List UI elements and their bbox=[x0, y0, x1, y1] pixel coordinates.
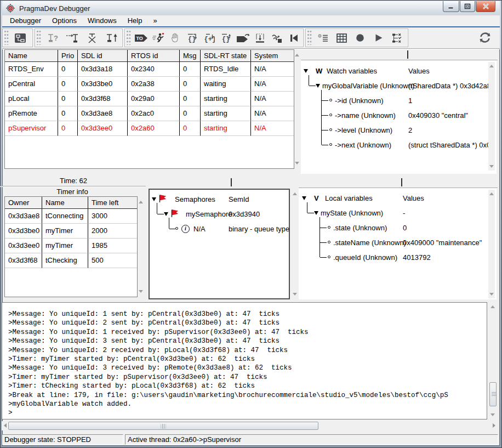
horizontal-scroll-thumb[interactable] bbox=[8, 422, 318, 430]
locals-root-label: myState (Unknown) bbox=[321, 206, 383, 220]
rewind-button[interactable] bbox=[286, 30, 303, 46]
timer-row[interactable]: 0x3d3f68tChecking500 bbox=[5, 253, 137, 268]
trace-options-icon bbox=[392, 33, 403, 43]
toolbar-grip[interactable] bbox=[127, 31, 132, 45]
leaf-knob bbox=[328, 226, 330, 229]
menu-help[interactable]: Help bbox=[122, 15, 148, 26]
processes-view-button[interactable] bbox=[10, 30, 30, 46]
breakpoint-up-button[interactable] bbox=[102, 30, 122, 46]
semaphore-column-sash[interactable] bbox=[231, 178, 232, 186]
trace-options-button[interactable] bbox=[388, 30, 407, 46]
collapse-triangle[interactable] bbox=[164, 212, 168, 216]
title-bar[interactable]: PragmaDev Debugger bbox=[2, 1, 500, 15]
watch-root-label: myGlobalVariable (Unknown) bbox=[322, 78, 414, 93]
watch-child-row[interactable]: ->id (Unknown) 1 bbox=[301, 93, 495, 108]
step-over-button[interactable]: {} bbox=[184, 30, 201, 46]
scroll-up-arrow[interactable] bbox=[139, 201, 143, 203]
toolbar-grip[interactable] bbox=[307, 31, 312, 45]
receive-message-button[interactable] bbox=[269, 30, 286, 46]
process-table-scrollbar[interactable] bbox=[294, 50, 300, 168]
show-table-button[interactable] bbox=[332, 30, 351, 46]
play-button[interactable] bbox=[369, 30, 388, 46]
locals-scrollbar[interactable] bbox=[488, 190, 495, 298]
timeout-button[interactable]: TO bbox=[133, 30, 150, 46]
watch-child-row[interactable]: ->next (Unknown) (struct tSharedData *) … bbox=[301, 138, 495, 152]
scroll-down-arrow[interactable] bbox=[139, 290, 143, 293]
locals-symbol: V bbox=[314, 191, 319, 206]
run-button[interactable] bbox=[150, 30, 167, 46]
watch-root-row[interactable]: myGlobalVariable (Unknown) (tSharedData … bbox=[301, 78, 495, 93]
scroll-up-arrow[interactable] bbox=[489, 65, 494, 67]
locals-child-row[interactable]: .state (Unknown) 0 bbox=[300, 220, 495, 235]
scroll-up-arrow[interactable] bbox=[295, 54, 299, 56]
semaphore-root-label: mySemaphore bbox=[186, 207, 232, 222]
scroll-down-arrow[interactable] bbox=[489, 165, 494, 168]
locals-header-row[interactable]: V Local variables Values bbox=[300, 191, 495, 206]
watch-scrollbar[interactable] bbox=[488, 62, 495, 171]
toolbar-grip[interactable] bbox=[37, 31, 42, 45]
collapse-triangle[interactable] bbox=[316, 84, 320, 88]
timer-info-title: Timer info bbox=[2, 188, 142, 196]
process-row[interactable]: pRemote00x3d3ae80x2ac00startingN/A bbox=[5, 106, 294, 121]
timer-row[interactable]: 0x3d3ee0myTimer1985 bbox=[5, 239, 137, 253]
message-queue-button[interactable] bbox=[313, 30, 332, 46]
query-breakpoint-button[interactable]: ? bbox=[43, 30, 62, 46]
console-horizontal-scrollbar[interactable] bbox=[2, 421, 498, 430]
scroll-left-arrow[interactable] bbox=[4, 423, 7, 428]
step-out-button[interactable]: {} bbox=[218, 30, 235, 46]
suspend-button[interactable] bbox=[167, 30, 184, 46]
watch-header-row[interactable]: W Watch variables Values bbox=[301, 64, 495, 78]
collapse-triangle[interactable] bbox=[302, 196, 306, 200]
console-vertical-scrollbar[interactable] bbox=[489, 303, 497, 419]
menu-options[interactable]: Options bbox=[47, 15, 82, 26]
process-row-active[interactable]: pSupervisor00x3d3ee00x2a600startingN/A bbox=[5, 121, 294, 136]
timer-table-scrollbar[interactable] bbox=[138, 197, 144, 296]
scroll-right-arrow[interactable] bbox=[493, 423, 495, 428]
watch-child-row[interactable]: ->level (Unknown) 2 bbox=[301, 123, 495, 138]
svg-text:{+}: {+} bbox=[204, 36, 215, 43]
collapse-triangle[interactable] bbox=[304, 69, 308, 73]
close-button[interactable] bbox=[476, 1, 495, 12]
semaphore-child-row[interactable]: i N/A binary - queue type bbox=[151, 222, 288, 236]
timer-row[interactable]: 0x3d3be0myTimer2000 bbox=[5, 224, 137, 239]
scroll-down-arrow[interactable] bbox=[489, 293, 494, 296]
semaphore-root-row[interactable]: mySemaphore 0x3d3940 bbox=[151, 207, 288, 222]
send-message-button[interactable] bbox=[235, 30, 252, 46]
minimize-button[interactable] bbox=[443, 1, 459, 12]
locals-column-sash[interactable] bbox=[401, 178, 402, 186]
refresh-button[interactable] bbox=[476, 29, 494, 46]
toolbar-grip[interactable] bbox=[4, 31, 9, 45]
semaphore-header-row[interactable]: Semaphores SemId bbox=[151, 192, 288, 207]
maximize-button[interactable] bbox=[460, 1, 475, 12]
timer-row[interactable]: 0x3d3ae8tConnecting3000 bbox=[5, 209, 137, 224]
locals-child-row[interactable]: .queueId (Unknown) 4013792 bbox=[300, 250, 495, 265]
delete-breakpoint-button[interactable] bbox=[82, 30, 102, 46]
process-row[interactable]: pCentral00x3d3be00x2a380waitingN/A bbox=[5, 77, 294, 92]
semaphore-scrollbar[interactable] bbox=[292, 190, 298, 298]
process-row[interactable]: RTDS_Env00x3d3a180x23400RTDS_IdleN/A bbox=[5, 62, 294, 77]
scroll-up-arrow[interactable] bbox=[293, 192, 297, 195]
scroll-down-arrow[interactable] bbox=[295, 162, 299, 165]
scroll-up-arrow[interactable] bbox=[490, 305, 495, 308]
vertical-scroll-thumb[interactable] bbox=[489, 382, 497, 406]
scroll-down-arrow[interactable] bbox=[490, 413, 495, 416]
scroll-down-arrow[interactable] bbox=[293, 293, 297, 296]
scroll-up-arrow[interactable] bbox=[489, 192, 494, 195]
col-header-prio: Prio bbox=[58, 50, 77, 61]
watch-column-sash[interactable] bbox=[407, 50, 408, 59]
go-to-bottom-button[interactable] bbox=[252, 30, 269, 46]
step-into-button[interactable]: {+} bbox=[201, 30, 218, 46]
semaphore-values-label: SemId bbox=[229, 192, 249, 207]
collapse-triangle[interactable] bbox=[314, 211, 318, 215]
watch-child-row[interactable]: ->name (Unknown) 0x409030 "central" bbox=[301, 108, 495, 123]
menu-overflow-chevron[interactable]: » bbox=[147, 15, 162, 26]
menu-windows[interactable]: Windows bbox=[82, 15, 122, 26]
locals-child-row[interactable]: .stateName (Unknown) 0x409000 "maintenan… bbox=[300, 235, 495, 250]
locals-root-row[interactable]: myState (Unknown) - bbox=[300, 206, 495, 220]
collapse-triangle[interactable] bbox=[152, 197, 156, 201]
run-to-breakpoint-button[interactable] bbox=[62, 30, 82, 46]
record-button[interactable] bbox=[351, 30, 369, 46]
process-row[interactable]: pLocal00x3d3f680x29a00startingN/A bbox=[5, 92, 294, 106]
menu-debugger[interactable]: Debugger bbox=[4, 15, 47, 26]
console-output[interactable]: >Message: Yo uniqueId: 1 sent by: pCentr… bbox=[2, 302, 487, 419]
